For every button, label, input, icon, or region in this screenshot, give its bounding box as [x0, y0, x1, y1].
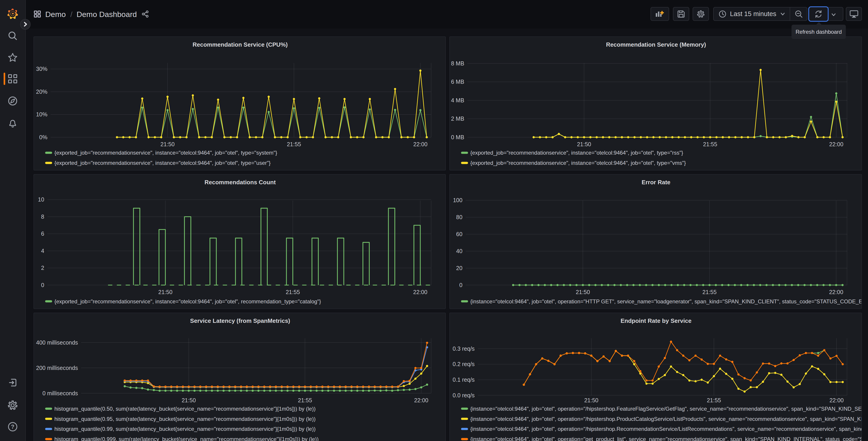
svg-text:22:00: 22:00: [413, 289, 428, 295]
svg-text:22:00: 22:00: [829, 141, 843, 147]
svg-text:40: 40: [456, 248, 463, 254]
svg-text:0.3 req/s: 0.3 req/s: [453, 346, 475, 352]
svg-text:0.0 req/s: 0.0 req/s: [453, 392, 475, 399]
svg-text:0: 0: [459, 282, 463, 288]
svg-text:Endpoint Rate by Service: Endpoint Rate by Service: [621, 317, 692, 324]
svg-text:20%: 20%: [36, 89, 47, 95]
svg-text:?: ?: [11, 423, 14, 430]
svg-text:21:55: 21:55: [287, 141, 301, 147]
svg-text:{instance="otelcol:9464", job=: {instance="otelcol:9464", job="otel", op…: [470, 426, 862, 432]
svg-text:2 MB: 2 MB: [451, 115, 464, 122]
svg-text:21:55: 21:55: [707, 397, 721, 404]
svg-text:21:55: 21:55: [298, 397, 312, 404]
svg-text:6: 6: [41, 231, 44, 237]
svg-text:21:55: 21:55: [703, 141, 717, 147]
svg-text:0: 0: [41, 282, 44, 288]
svg-text:22:00: 22:00: [829, 289, 843, 295]
svg-text:Service Latency (from SpanMetr: Service Latency (from SpanMetrics): [190, 317, 290, 324]
svg-text:22:00: 22:00: [830, 397, 844, 404]
svg-text:200 milliseconds: 200 milliseconds: [36, 365, 78, 371]
svg-text:0 milliseconds: 0 milliseconds: [42, 390, 78, 396]
svg-text:21:50: 21:50: [160, 141, 175, 147]
svg-text:4: 4: [41, 248, 44, 254]
svg-text:histogram_quantile(0.99, sum(r: histogram_quantile(0.99, sum(rate(latenc…: [54, 426, 315, 432]
svg-text:Recommendation Service (CPU%): Recommendation Service (CPU%): [192, 41, 288, 48]
svg-text:0 MB: 0 MB: [451, 134, 464, 140]
svg-text:{instance="otelcol:9464", job=: {instance="otelcol:9464", job="otel", op…: [470, 436, 862, 441]
svg-text:21:50: 21:50: [158, 289, 173, 295]
svg-text:Error Rate: Error Rate: [642, 179, 671, 186]
svg-text:21:55: 21:55: [285, 289, 300, 295]
svg-text:20: 20: [456, 265, 463, 271]
svg-text:10: 10: [38, 197, 44, 203]
svg-text:histogram_quantile(0.95, sum(r: histogram_quantile(0.95, sum(rate(latenc…: [54, 416, 315, 422]
svg-text:{exported_job="recommendations: {exported_job="recommendationservice", i…: [470, 160, 686, 166]
svg-text:{exported_job="recommendations: {exported_job="recommendationservice", i…: [54, 160, 270, 166]
svg-text:30%: 30%: [36, 66, 47, 72]
svg-text:{instance="otelcol:9464", job=: {instance="otelcol:9464", job="otel", op…: [470, 416, 862, 422]
svg-text:100: 100: [453, 197, 463, 204]
svg-text:8: 8: [41, 213, 44, 220]
svg-text:Recommendation Service (Memory: Recommendation Service (Memory): [606, 41, 706, 48]
svg-text:Recommendations Count: Recommendations Count: [204, 179, 276, 186]
svg-text:{exported_job="recommendations: {exported_job="recommendationservice", i…: [54, 150, 277, 156]
svg-text:{instance="otelcol:9464", job=: {instance="otelcol:9464", job="otel", op…: [470, 298, 862, 304]
svg-text:{instance="otelcol:9464", job=: {instance="otelcol:9464", job="otel", op…: [470, 406, 862, 412]
svg-text:8 MB: 8 MB: [451, 60, 464, 66]
svg-text:0%: 0%: [39, 134, 47, 140]
svg-text:6 MB: 6 MB: [451, 79, 464, 85]
svg-text:0.1 req/s: 0.1 req/s: [453, 377, 475, 383]
svg-text:400 milliseconds: 400 milliseconds: [36, 340, 78, 346]
svg-text:2: 2: [41, 265, 44, 271]
svg-text:0.2 req/s: 0.2 req/s: [453, 361, 475, 367]
svg-text:{exported_job="recommendations: {exported_job="recommendationservice", i…: [470, 150, 683, 156]
svg-text:histogram_quantile(0.999, sum(: histogram_quantile(0.999, sum(rate(laten…: [54, 436, 319, 441]
svg-text:21:50: 21:50: [577, 141, 591, 147]
svg-text:60: 60: [456, 231, 463, 237]
svg-text:21:55: 21:55: [703, 289, 717, 295]
svg-text:22:00: 22:00: [414, 397, 428, 404]
svg-text:21:50: 21:50: [576, 289, 590, 295]
svg-text:10%: 10%: [36, 111, 47, 117]
svg-text:21:50: 21:50: [182, 397, 196, 404]
svg-text:histogram_quantile(0.50, sum(r: histogram_quantile(0.50, sum(rate(latenc…: [54, 406, 315, 412]
svg-text:{exported_job="recommendations: {exported_job="recommendationservice", i…: [54, 298, 321, 304]
svg-text:4 MB: 4 MB: [451, 97, 464, 104]
svg-text:80: 80: [456, 214, 463, 220]
svg-text:22:00: 22:00: [413, 141, 428, 147]
svg-text:21:50: 21:50: [584, 397, 598, 404]
